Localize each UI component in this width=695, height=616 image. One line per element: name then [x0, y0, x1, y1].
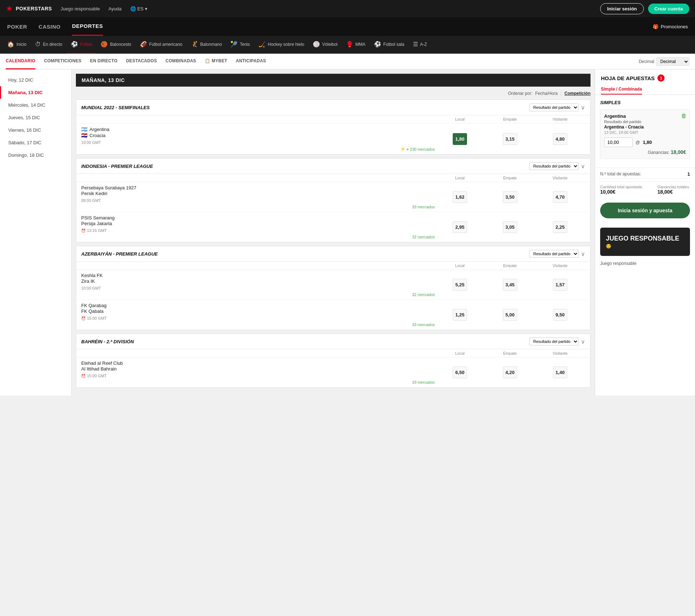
sub-nav-combinadas[interactable]: COMBINADAS — [166, 53, 196, 69]
lang-selector[interactable]: ES ▾ — [130, 6, 147, 11]
odd-btn-away-ethe-itti[interactable]: 1,40 — [553, 367, 567, 378]
sub-nav-en-directo[interactable]: EN DIRECTO — [90, 53, 118, 69]
markets-link-kesh-zira[interactable]: 32 mercados — [81, 291, 435, 297]
chevron-icon-indonesia[interactable]: ∨ — [581, 163, 585, 170]
sport-item-futbol[interactable]: Fútbol — [67, 36, 96, 54]
flag-argentina: 🇦🇷 — [81, 126, 87, 132]
sidebar-item-viernes[interactable]: Viernes, 16 DIC — [0, 124, 71, 136]
login-button[interactable]: Iniciar sesión — [600, 3, 643, 14]
sub-nav-destacados[interactable]: DESTACADOS — [126, 53, 157, 69]
sidebar-item-miercoles[interactable]: Miércoles, 14 DIC — [0, 99, 71, 111]
odd-btn-draw-per-per[interactable]: 3,50 — [503, 191, 517, 203]
juego-responsable-link[interactable]: Juego responsable — [60, 6, 100, 11]
competition-title-mundial: MUNDIAL 2022 - SEMIFINALES — [81, 105, 150, 110]
odd-btn-draw-psis-per[interactable]: 3,05 — [503, 221, 517, 233]
team-row-alittihad: Al Ittihad Bahrain — [81, 366, 435, 372]
market-select-azerbaiyan[interactable]: Resultado del partido — [529, 250, 579, 258]
odd-btn-away-arg-cro[interactable]: 4,80 — [553, 133, 567, 145]
bet-amount-input[interactable] — [604, 137, 633, 147]
match-time-ethe-itti: 15:00 GMT — [81, 374, 435, 378]
promociones-link[interactable]: Promociones — [653, 24, 688, 29]
bet-submit-button[interactable]: Inicia sesión y apuesta — [600, 203, 690, 218]
odd-btn-away-psis-per[interactable]: 2,25 — [553, 221, 567, 233]
sport-item-futsal[interactable]: Fútbol sala — [370, 36, 409, 54]
markets-link-ethe-itti[interactable]: 33 mercados — [81, 379, 435, 384]
odd-btn-home-psis-per[interactable]: 2,95 — [453, 221, 467, 233]
markets-link-arg-cro[interactable]: 230 mercados — [81, 145, 435, 151]
promo-link-label[interactable]: Juego responsable — [600, 261, 690, 266]
markets-link-psis-per[interactable]: 32 mercados — [81, 233, 435, 239]
futsal-icon — [374, 41, 381, 48]
delete-bet-button[interactable] — [681, 113, 687, 119]
sidebar-item-sabado[interactable]: Sábado, 17 DIC — [0, 136, 71, 149]
main-nav-casino[interactable]: CASINO — [39, 18, 60, 35]
odd-btn-home-per-per[interactable]: 1,62 — [453, 191, 467, 203]
sport-item-hockey[interactable]: Hockey sobre hielo — [254, 36, 308, 54]
sidebar-item-jueves[interactable]: Jueves, 15 DIC — [0, 111, 71, 124]
odd-btn-home-kesh-zira[interactable]: 5,25 — [453, 279, 467, 291]
sport-item-mma[interactable]: MMA — [342, 36, 370, 54]
sport-item-en-directo[interactable]: En directo — [31, 36, 67, 54]
odd-btn-draw-ethe-itti[interactable]: 4,20 — [503, 367, 517, 378]
sub-nav-calendario[interactable]: CALENDARIO — [6, 53, 35, 69]
match-info-arg-cro: 🇦🇷 Argentina 🇭🇷 Croacia 19:00 GMT — [81, 126, 435, 151]
logo[interactable]: ★ POKERSTARS — [6, 4, 52, 13]
team-row-qarabag: FK Qarabag — [81, 303, 435, 308]
sort-option-competicion[interactable]: Competición — [564, 91, 590, 96]
chevron-icon-bahrein[interactable]: ∨ — [581, 338, 585, 345]
markets-link-qara-qaba[interactable]: 33 mercados — [81, 321, 435, 327]
sidebar-item-domingo[interactable]: Domingo, 18 DIC — [0, 149, 71, 161]
time-kesh-zira: 10:00 GMT — [81, 286, 101, 290]
match-row-psis-per: PSIS Semarang Persija Jakarta 13:15 GMT … — [76, 212, 590, 242]
match-teams-ethe-itti: Etehad al Reef Club Al Ittihad Bahrain — [81, 360, 435, 372]
sub-nav-anticipadas[interactable]: ANTICIPADAS — [236, 53, 266, 69]
globe-icon — [130, 6, 136, 11]
odd-btn-away-kesh-zira[interactable]: 1,57 — [553, 279, 567, 291]
sport-item-inicio[interactable]: Inicio — [3, 36, 31, 54]
sport-item-baloncesto[interactable]: Baloncesto — [96, 36, 135, 54]
ayuda-link[interactable]: Ayuda — [108, 6, 122, 11]
total-bets-value: 1 — [687, 171, 690, 177]
sport-item-futbol-americano[interactable]: Fútbol americano — [136, 36, 187, 54]
odds-home-kesh-zira: 5,25 — [435, 279, 485, 291]
markets-link-per-per[interactable]: 33 mercados — [81, 203, 435, 209]
sub-nav-mybet[interactable]: 📋 MYBET — [205, 53, 227, 69]
bet-type-tab-simple[interactable]: Simple / Combinada — [601, 84, 642, 94]
sport-item-voleibol[interactable]: Vóleibol — [308, 36, 342, 54]
sport-item-balonmano[interactable]: Balonmano — [187, 36, 227, 54]
bet-at-label: @ — [636, 140, 640, 145]
odd-btn-draw-kesh-zira[interactable]: 3,45 — [503, 279, 517, 291]
register-button[interactable]: Crear cuenta — [648, 4, 689, 14]
team-row-persik: Persik Kediri — [81, 191, 435, 196]
sub-nav-competiciones[interactable]: COMPETICIONES — [44, 53, 82, 69]
main-nav-poker[interactable]: POKER — [7, 18, 27, 35]
odd-btn-away-qara-qaba[interactable]: 9,50 — [553, 309, 567, 321]
odd-btn-draw-qara-qaba[interactable]: 5,00 — [503, 309, 517, 321]
chevron-icon-azerbaiyan[interactable]: ∨ — [581, 251, 585, 257]
hockey-icon — [258, 41, 266, 48]
odd-btn-home-arg-cro[interactable]: 1,80 — [453, 133, 467, 145]
match-info-qara-qaba: FK Qarabag FK Qabala 15:00 GMT 33 mercad… — [81, 303, 435, 327]
odd-btn-draw-arg-cro[interactable]: 3,15 — [503, 133, 517, 145]
sort-option-fecha[interactable]: Fecha/Hora — [535, 91, 558, 96]
odd-btn-home-ethe-itti[interactable]: 6,50 — [453, 367, 467, 378]
decimal-label: Decimal — [639, 59, 654, 64]
odds-header-bahrein: Local Empate Visitante — [76, 349, 590, 358]
market-select-bahrein[interactable]: Resultado del partido — [529, 338, 579, 345]
odd-btn-home-qara-qaba[interactable]: 1,25 — [453, 309, 467, 321]
main-nav-deportes[interactable]: DEPORTES — [72, 17, 103, 36]
team-row-etehad: Etehad al Reef Club — [81, 360, 435, 366]
sport-item-tenis[interactable]: Tenis — [226, 36, 254, 54]
sport-label-tenis: Tenis — [240, 42, 250, 47]
odd-btn-away-per-per[interactable]: 4,70 — [553, 191, 567, 203]
sidebar-item-hoy[interactable]: Hoy, 12 DIC — [0, 74, 71, 86]
competition-block-bahrein: BAHRÉIN - 2.ª DIVISIÓN Resultado del par… — [76, 334, 590, 388]
sport-item-az[interactable]: A-Z — [409, 36, 431, 54]
decimal-select[interactable]: Decimal Fracción Americano — [656, 57, 689, 66]
market-select-indonesia[interactable]: Resultado del partido — [529, 162, 579, 170]
total-amount-value: 10,00€ — [600, 189, 643, 195]
market-select-mundial[interactable]: Resultado del partido — [529, 103, 579, 111]
match-teams-qara-qaba: FK Qarabag FK Qabala — [81, 303, 435, 314]
chevron-icon-mundial[interactable]: ∨ — [581, 104, 585, 111]
sidebar-item-manana[interactable]: Mañana, 13 DIC — [0, 86, 71, 99]
